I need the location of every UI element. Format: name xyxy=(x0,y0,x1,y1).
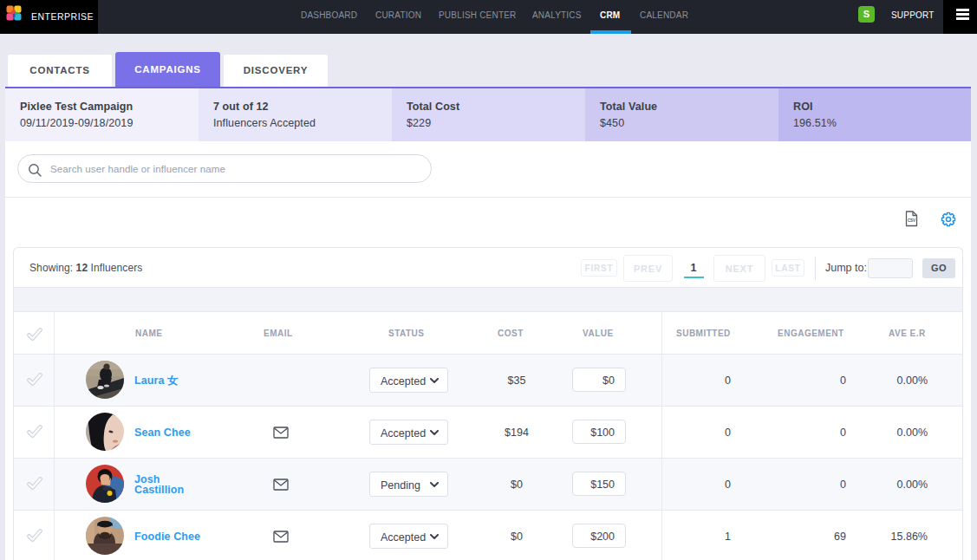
svg-text:CSV: CSV xyxy=(908,218,916,223)
